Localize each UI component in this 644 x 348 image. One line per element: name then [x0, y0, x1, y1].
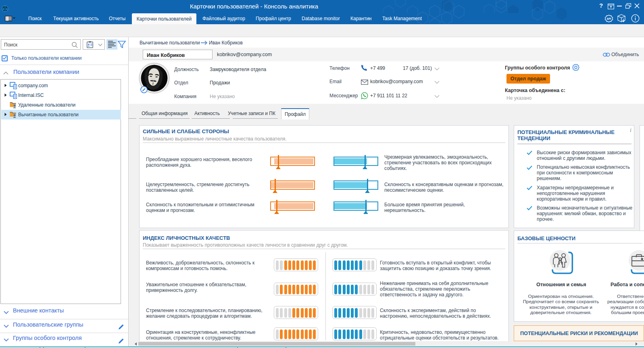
svg-text:API: API — [607, 17, 611, 20]
